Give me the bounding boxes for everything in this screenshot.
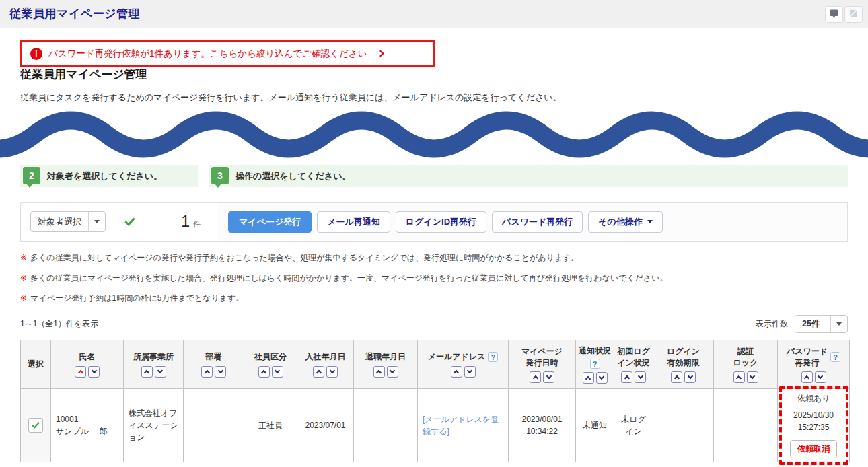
dropdown-arrow-icon xyxy=(830,316,847,332)
col-hire-date: 入社年月日 xyxy=(297,340,354,389)
sort-desc-button[interactable] xyxy=(747,371,758,383)
reissue-password-button[interactable]: パスワード再発行 xyxy=(492,211,583,233)
sort-desc-icon xyxy=(687,373,692,378)
sort-desc-icon xyxy=(599,373,604,379)
sort-asc-button[interactable] xyxy=(801,371,813,383)
sort-asc-button[interactable] xyxy=(141,366,153,378)
sort-desc-icon xyxy=(818,373,823,378)
reissue-status: 依頼あり xyxy=(783,392,844,404)
selected-count-number: 1 xyxy=(181,213,190,231)
employee-number: 10001 xyxy=(56,413,118,425)
sort-desc-button[interactable] xyxy=(88,366,100,378)
sort-desc-button[interactable] xyxy=(684,371,696,383)
sort-desc-button[interactable] xyxy=(635,371,646,383)
page-title: 従業員用マイページ管理 xyxy=(9,6,140,22)
sort-asc-button[interactable] xyxy=(201,366,213,378)
memo-button[interactable] xyxy=(825,6,843,23)
help-icon[interactable]: ? xyxy=(590,359,600,369)
selected-count-unit: 件 xyxy=(193,219,201,229)
step-2: 2 対象者を選択してください。 xyxy=(20,165,198,187)
table-row: 10001 サンプル 一郎 株式会社オフィスステーション 正社員 2023/07… xyxy=(21,389,850,462)
sort-desc-button[interactable] xyxy=(387,366,398,378)
help-icon[interactable]: ? xyxy=(830,352,840,362)
sort-desc-icon xyxy=(329,367,334,373)
employee-table: 選択 氏名 所属事業所 部署 社員区分 入社年月日 退職年月日 メールアドレス?… xyxy=(20,340,850,462)
page-size-value: 25件 xyxy=(795,316,830,332)
sort-asc-button[interactable] xyxy=(451,366,462,378)
sort-desc-icon xyxy=(91,367,96,373)
password-reissue-alert[interactable]: ! パスワード再発行依頼が1件あります。こちらから絞り込んでご確認ください xyxy=(20,40,435,67)
sort-asc-icon xyxy=(454,369,459,375)
sort-asc-icon xyxy=(624,375,629,380)
sort-desc-icon xyxy=(750,373,755,378)
note-line: ※多くの従業員に対してマイページの発行や発行予約をおこなった場合や、処理が集中す… xyxy=(20,248,668,268)
sort-desc-button[interactable] xyxy=(215,366,226,378)
note-mark: ※ xyxy=(20,293,27,303)
sort-asc-button[interactable] xyxy=(733,371,745,383)
col-employee-type: 社員区分 xyxy=(244,340,297,389)
sort-desc-button[interactable] xyxy=(155,366,166,378)
sort-asc-button[interactable] xyxy=(530,371,541,383)
sort-asc-button[interactable] xyxy=(583,372,594,384)
decorative-wave xyxy=(0,110,868,162)
other-actions-dropdown[interactable]: その他操作 xyxy=(588,211,663,233)
alert-text: パスワード再発行依頼が1件あります。こちらから絞り込んでご確認ください xyxy=(48,48,367,60)
sort-asc-button[interactable] xyxy=(373,366,385,378)
notes: ※多くの従業員に対してマイページの発行や発行予約をおこなった場合や、処理が集中す… xyxy=(20,248,668,308)
col-notify-status: 通知状況? xyxy=(576,340,614,389)
sort-asc-button[interactable] xyxy=(313,366,324,378)
resend-mail-button[interactable]: メール再通知 xyxy=(317,211,390,233)
department-cell xyxy=(184,389,244,462)
comment-icon xyxy=(829,9,839,21)
notify-status-cell: 未通知 xyxy=(576,389,614,462)
dropdown-arrow-icon xyxy=(88,212,105,231)
sort-desc-icon xyxy=(217,367,223,373)
note-line: ※多くの従業員にマイページ発行を実施した場合、発行処理にしばらく時間がかかります… xyxy=(20,268,668,288)
sort-asc-icon xyxy=(261,369,266,375)
sort-desc-button[interactable] xyxy=(596,372,608,384)
email-cell: [メールアドレスを登録する] xyxy=(418,389,509,462)
result-range: 1～1（全1）件を表示 xyxy=(20,318,98,330)
target-select-dropdown[interactable]: 対象者選択 xyxy=(30,211,106,232)
other-actions-label: その他操作 xyxy=(598,216,643,228)
note-text: マイページ発行予約は1時間の枠に5万件までとなります。 xyxy=(30,293,244,303)
sort-desc-button[interactable] xyxy=(815,371,826,383)
reissue-login-id-button[interactable]: ログインID再発行 xyxy=(396,211,486,233)
row-checkbox[interactable] xyxy=(28,418,43,433)
help-icon[interactable]: ? xyxy=(488,352,498,362)
note-text: 多くの従業員に対してマイページの発行や発行予約をおこなった場合や、処理が集中する… xyxy=(30,253,579,262)
col-department: 部署 xyxy=(184,340,244,389)
name-cell: 10001 サンプル 一郎 xyxy=(51,389,124,462)
sort-asc-icon xyxy=(144,369,149,375)
sort-desc-button[interactable] xyxy=(543,371,554,383)
col-office: 所属事業所 xyxy=(124,340,184,389)
sort-asc-button[interactable] xyxy=(621,371,632,383)
sort-asc-icon xyxy=(736,375,742,380)
step-3-label: 操作の選択をしてください。 xyxy=(236,170,351,182)
step-2-badge: 2 xyxy=(23,167,40,184)
cancel-request-button[interactable]: 依頼取消 xyxy=(790,440,837,458)
sort-asc-button[interactable] xyxy=(258,366,270,378)
sort-asc-button[interactable] xyxy=(671,371,682,383)
sort-desc-button[interactable] xyxy=(326,366,338,378)
sort-desc-icon xyxy=(546,373,551,378)
sort-desc-icon xyxy=(157,367,163,373)
sort-desc-button[interactable] xyxy=(272,366,283,378)
selection-summary: 対象者選択 1 件 xyxy=(21,203,217,241)
col-retire-date: 退職年月日 xyxy=(354,340,418,389)
col-select: 選択 xyxy=(21,340,51,389)
action-toolbar: 対象者選択 1 件 マイページ発行 メール再通知 ログインID再発行 パスワード… xyxy=(20,202,848,242)
sort-asc-button[interactable] xyxy=(75,366,86,378)
first-login-cell: 未ログイン xyxy=(614,389,653,462)
step-3: 3 操作の選択をしてください。 xyxy=(209,165,848,187)
register-email-link[interactable]: [メールアドレスを登録する] xyxy=(423,415,499,436)
memo-off-button[interactable] xyxy=(844,6,863,23)
page-size-select[interactable]: 25件 xyxy=(795,315,848,333)
employee-type-cell: 正社員 xyxy=(244,389,297,462)
sort-desc-icon xyxy=(637,373,643,378)
sort-desc-button[interactable] xyxy=(464,366,476,378)
issue-mypage-button[interactable]: マイページ発行 xyxy=(228,211,312,233)
alert-exclamation-icon: ! xyxy=(30,48,42,60)
sort-asc-icon xyxy=(77,369,83,375)
col-email: メールアドレス? xyxy=(418,340,509,389)
